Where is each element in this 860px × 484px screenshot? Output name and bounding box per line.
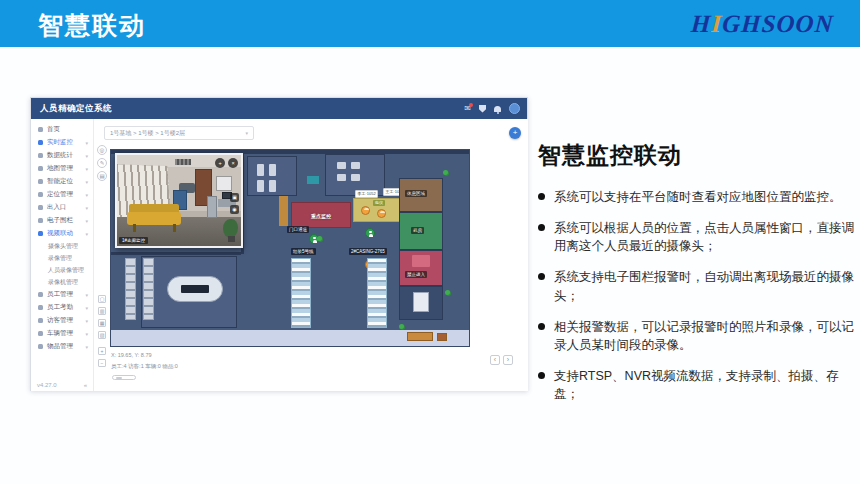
map-icon <box>38 166 43 171</box>
gate-tag: 门口通道 <box>287 226 309 233</box>
slide-title: 智慧联动 <box>38 9 146 42</box>
map-door-marker <box>307 176 319 184</box>
plant <box>317 236 322 241</box>
sidebar-subitem-recorder-manage[interactable]: 录像机管理 <box>31 276 93 288</box>
sidebar-item-smart-locate[interactable]: 智能定位▾ <box>31 175 93 188</box>
grid-tool-icon[interactable]: ▧ <box>98 331 106 339</box>
avatar[interactable] <box>509 103 520 114</box>
company-logo: HIGHSOON <box>690 10 835 38</box>
shield-icon[interactable] <box>479 105 486 113</box>
person-name-tag[interactable]: 李工·1052 <box>355 190 378 198</box>
notification-badge <box>469 103 473 107</box>
area-select-value: 1号基地 > 1号楼 > 1号楼2层 <box>110 129 185 138</box>
rest-area-room[interactable]: 休息区域 <box>399 178 443 212</box>
calendar-icon <box>38 305 43 310</box>
bullet-icon <box>538 224 545 231</box>
camera-scene-vent <box>175 159 191 165</box>
prev-arrow-button[interactable]: ‹ <box>490 355 500 365</box>
snapshot-icon[interactable]: ▣ <box>230 193 239 202</box>
map-pillar <box>279 196 288 226</box>
section-heading: 智慧监控联动 <box>538 140 682 171</box>
camera-scene-pot <box>228 236 235 242</box>
next-arrow-button[interactable]: › <box>503 355 513 365</box>
message-icon[interactable]: ✉ <box>464 105 471 113</box>
chevron-down-icon: ▾ <box>85 140 88 146</box>
chart-icon <box>38 153 43 158</box>
room-label: 休息区域 <box>405 190 427 197</box>
camera-scene-bench-leg <box>133 224 136 232</box>
box-icon <box>38 344 43 349</box>
sidebar-item-realtime-monitor[interactable]: 实时监控▾ <box>31 136 93 149</box>
sidebar-item-staff-attendance[interactable]: 员工考勤▾ <box>31 301 93 314</box>
monitor-icon <box>38 140 43 145</box>
layers-tool-icon[interactable]: ▤ <box>97 171 107 181</box>
list-item: 系统可以根据人员的位置，点击人员属性窗口，直接调用离这个人员最近的摄像头； <box>538 219 854 255</box>
plant <box>445 290 450 295</box>
logo-text: GHSOON <box>722 10 835 37</box>
visitor-icon <box>38 318 43 323</box>
sidebar-subitem-record-manage[interactable]: 录像管理 <box>31 252 93 264</box>
fullscreen-tool-icon[interactable]: ▢ <box>98 295 106 303</box>
sidebar-item-locate-manage[interactable]: 定位管理▾ <box>31 188 93 201</box>
map-desk <box>257 164 264 176</box>
key-monitor-zone[interactable]: 重点监控 <box>291 202 351 228</box>
map-desk <box>351 174 360 181</box>
app-titlebar: 人员精确定位系统 ✉ <box>31 98 527 119</box>
sidebar-item-statistics[interactable]: 数据统计▾ <box>31 149 93 162</box>
collapse-icon[interactable]: « <box>84 382 87 388</box>
list-item: 相关报警数据，可以记录报警时的照片和录像，可以记录人员某时间段的录像。 <box>538 318 854 354</box>
sidebar-subitem-camera-manage[interactable]: 摄像头管理 <box>31 240 93 252</box>
measure-tool-icon[interactable]: ✎ <box>97 158 107 168</box>
list-item: 系统可以支持在平台随时查看对应地图位置的监控。 <box>538 188 854 206</box>
production-line <box>291 258 311 328</box>
sidebar-item-entrance[interactable]: 出入口▾ <box>31 201 93 214</box>
floor-map[interactable]: 重点监控 李工·1052 王工·1068 电仪 休息区域 机房 禁止进入 <box>110 149 470 347</box>
slide-header: 智慧联动 HIGHSOON <box>0 0 860 47</box>
camera-name-label: 1#走廊监控 <box>119 237 148 244</box>
line-person-marker[interactable] <box>365 228 375 238</box>
bullet-icon <box>538 193 545 200</box>
camera-scene-bench-leg <box>173 224 176 232</box>
bullet-icon <box>538 273 545 280</box>
machine-room[interactable]: 机房 <box>399 212 443 250</box>
chevron-down-icon: ▾ <box>85 331 88 337</box>
sidebar-item-item-manage[interactable]: 物品管理▾ <box>31 340 93 353</box>
zoom-out-button[interactable]: − <box>98 359 106 367</box>
area-select[interactable]: 1号基地 > 1号楼 > 1号楼2层 ▾ <box>104 126 254 140</box>
no-entry-room[interactable]: 禁止进入 <box>399 250 443 286</box>
person-marker[interactable] <box>361 206 370 215</box>
timeline-slider[interactable] <box>112 375 136 380</box>
sidebar-item-vehicle-manage[interactable]: 车辆管理▾ <box>31 327 93 340</box>
person-marker[interactable] <box>377 209 386 218</box>
sidebar-item-staff-manage[interactable]: 员工管理▾ <box>31 288 93 301</box>
pan-tool-icon[interactable]: ▦ <box>98 319 106 327</box>
list-item: 系统支持电子围栏报警时，自动调出离现场最近的摄像头； <box>538 268 854 304</box>
map-desk <box>337 174 346 181</box>
bell-icon[interactable] <box>494 106 501 112</box>
fence-icon <box>38 218 43 223</box>
fit-tool-icon[interactable]: ▥ <box>98 307 106 315</box>
production-line <box>367 258 387 328</box>
slide: 智慧联动 HIGHSOON 人员精确定位系统 ✉ 首页 实时监控▾ 数据统计▾ … <box>0 0 860 484</box>
zoom-in-button[interactable]: + <box>98 347 106 355</box>
locate-tool-icon[interactable]: ◎ <box>97 145 107 155</box>
sidebar-item-map-manage[interactable]: 地图管理▾ <box>31 162 93 175</box>
sidebar-item-fence[interactable]: 电子围栏▾ <box>31 214 93 227</box>
camera-scene-file-cabinet <box>207 196 217 218</box>
close-icon[interactable]: × <box>228 158 238 168</box>
titlebar-icons: ✉ <box>464 98 520 119</box>
camera-overlay[interactable]: 1#走廊监控 ▣ ◉ + × <box>115 153 243 248</box>
sidebar-item-home[interactable]: 首页 <box>31 123 93 136</box>
move-icon[interactable]: + <box>215 158 225 168</box>
record-icon[interactable]: ◉ <box>230 205 239 214</box>
sidebar-item-video-link[interactable]: 视频联动▾ <box>31 227 93 240</box>
chevron-down-icon: ▾ <box>85 205 88 211</box>
chevron-down-icon: ▾ <box>85 231 88 237</box>
float-action-button[interactable]: + <box>509 127 521 139</box>
bullet-icon <box>538 323 545 330</box>
crate <box>407 332 433 341</box>
zone-label: 重点监控 <box>292 213 350 219</box>
chevron-down-icon: ▾ <box>85 166 88 172</box>
sidebar-item-visitor-manage[interactable]: 访客管理▾ <box>31 314 93 327</box>
sidebar-subitem-person-record[interactable]: 人员录像管理 <box>31 264 93 276</box>
